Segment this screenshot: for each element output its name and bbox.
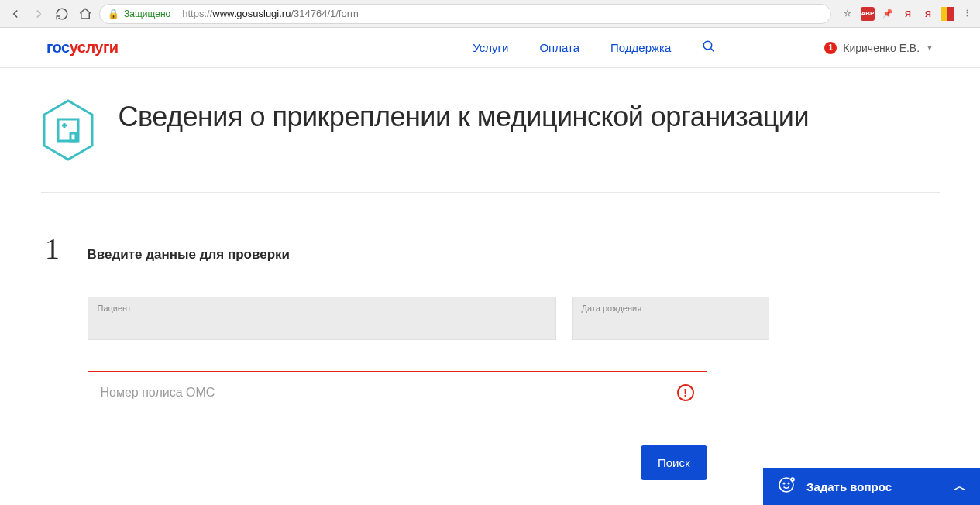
bookmark-flag-icon[interactable] [941, 7, 954, 21]
browser-toolbar: 🔒 Защищено https://www.gosuslugi.ru/3147… [0, 0, 980, 28]
abp-extension-icon[interactable]: ABP [861, 7, 875, 21]
url: https://www.gosuslugi.ru/314764/1/form [182, 8, 359, 19]
step-number: 1 [41, 232, 64, 266]
chevron-up-icon: ︿ [954, 479, 966, 481]
search-button[interactable]: Поиск [641, 445, 707, 480]
browser-menu-icon[interactable]: ⋮ [960, 7, 974, 21]
user-name: Кириченко Е.В. [843, 42, 920, 54]
logo[interactable]: госуслуги [46, 39, 119, 57]
forward-button[interactable] [29, 5, 48, 23]
site-header: госуслуги Услуги Оплата Поддержка 1 Кири… [0, 28, 980, 68]
chat-smiley-icon [777, 476, 796, 480]
bookmark-star-icon[interactable]: ☆ [841, 7, 854, 21]
oms-number-field[interactable]: ! [88, 371, 707, 414]
nav-services[interactable]: Услуги [473, 41, 508, 54]
ask-question-label: Задать вопрос [806, 480, 943, 481]
svg-marker-1 [44, 101, 92, 160]
error-icon: ! [677, 384, 694, 401]
pin-icon[interactable]: 📌 [881, 7, 895, 21]
notification-badge: 1 [824, 42, 837, 54]
logo-part1: гос [46, 39, 70, 56]
dob-field: Дата рождения [572, 297, 769, 340]
step-header: 1 Введите данные для проверки [41, 232, 940, 266]
lock-icon: 🔒 [108, 9, 119, 19]
service-hex-icon [41, 99, 95, 161]
form: Пациент Дата рождения ! Поиск [41, 297, 769, 480]
svg-point-0 [704, 41, 713, 50]
back-button[interactable] [6, 5, 25, 23]
address-bar[interactable]: 🔒 Защищено https://www.gosuslugi.ru/3147… [99, 4, 831, 24]
divider [41, 192, 940, 193]
patient-field-label: Пациент [98, 304, 546, 313]
chevron-down-icon: ▼ [926, 43, 934, 52]
extension-icons: ☆ ABP 📌 Я Я ⋮ [836, 7, 974, 21]
home-button[interactable] [76, 5, 95, 23]
reload-button[interactable] [53, 5, 71, 23]
svg-point-9 [791, 478, 794, 480]
logo-part2: услуги [70, 39, 119, 56]
yandex-extension-icon-2[interactable]: Я [921, 7, 935, 21]
user-menu[interactable]: 1 Кириченко Е.В. ▼ [824, 42, 934, 54]
step-title: Введите данные для проверки [88, 247, 290, 263]
patient-field: Пациент [88, 297, 556, 340]
svg-rect-5 [70, 133, 76, 141]
secure-label: Защищено [124, 9, 177, 19]
oms-number-input[interactable] [101, 386, 677, 400]
search-icon[interactable] [702, 40, 716, 57]
nav-support[interactable]: Поддержка [610, 41, 671, 54]
yandex-extension-icon-1[interactable]: Я [901, 7, 915, 21]
main-nav: Услуги Оплата Поддержка [473, 40, 716, 57]
ask-question-widget[interactable]: Задать вопрос ︿ [763, 468, 980, 480]
nav-payment[interactable]: Оплата [539, 41, 579, 54]
dob-field-label: Дата рождения [582, 304, 759, 313]
page-title: Сведения о прикреплении к медицинской ор… [119, 99, 810, 134]
page-content: Сведения о прикреплении к медицинской ор… [26, 68, 955, 480]
